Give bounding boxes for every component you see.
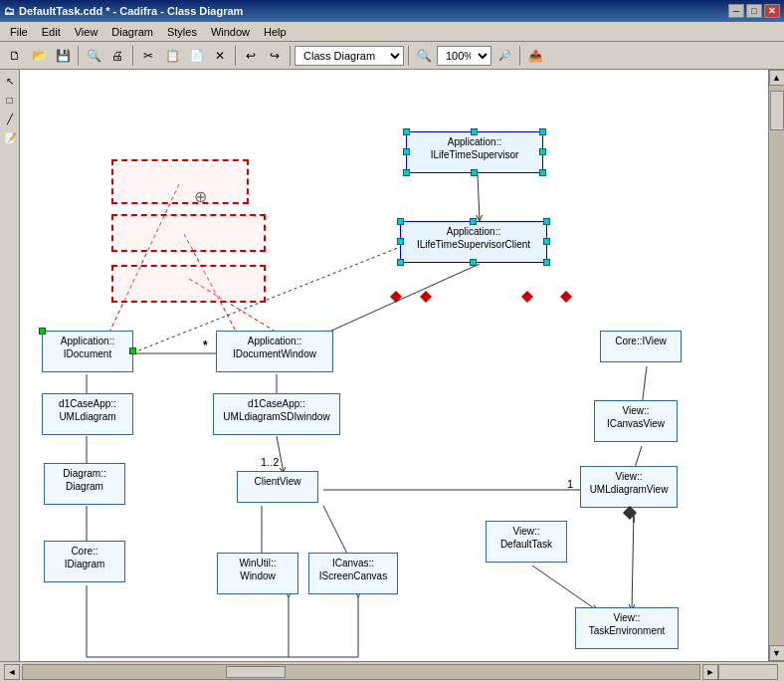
window-controls[interactable]: ─ □ ✕ bbox=[728, 4, 780, 18]
scroll-thumb-vertical[interactable] bbox=[770, 91, 784, 130]
save-button[interactable]: 💾 bbox=[52, 45, 74, 67]
svg-line-1 bbox=[107, 184, 179, 337]
open-button[interactable]: 📂 bbox=[28, 45, 50, 67]
maximize-button[interactable]: □ bbox=[746, 4, 762, 18]
class-umldiagramview[interactable]: View::UMLdiagramView bbox=[580, 466, 678, 508]
class-taskenvironment[interactable]: View::TaskEnvironment bbox=[575, 607, 679, 649]
status-text bbox=[718, 664, 778, 680]
sep3 bbox=[235, 46, 236, 66]
handle-mr[interactable] bbox=[129, 347, 136, 354]
svg-marker-25 bbox=[521, 291, 533, 303]
class-umldiagramsdi[interactable]: d1CaseApp::UMLdiagramSDIwindow bbox=[213, 393, 340, 435]
menu-file[interactable]: File bbox=[4, 24, 34, 40]
title-bar: 🗂 DefaultTask.cdd * - Cadifra - Class Di… bbox=[0, 0, 784, 22]
class-text: ClientView bbox=[254, 476, 300, 487]
class-idocument[interactable]: Application::IDocument bbox=[42, 331, 133, 372]
class-diagram[interactable]: Diagram::Diagram bbox=[44, 463, 125, 505]
class-text: Application::ILifeTimeSupervisorClient bbox=[417, 226, 530, 250]
menu-diagram[interactable]: Diagram bbox=[105, 24, 159, 40]
handle-tr[interactable] bbox=[539, 128, 546, 135]
scroll-track-vertical[interactable] bbox=[769, 86, 785, 645]
main-area: ↖ □ ╱ 📝 bbox=[0, 70, 784, 661]
note-tool[interactable]: 📝 bbox=[1, 128, 19, 146]
dashed-selection-3 bbox=[111, 265, 266, 303]
handle-mr[interactable] bbox=[543, 238, 550, 245]
class-text: Application::ILifeTimeSupervisor bbox=[431, 136, 519, 160]
handle-tr[interactable] bbox=[543, 218, 550, 225]
class-lifetimesupervisor[interactable]: Application::ILifeTimeSupervisor bbox=[406, 131, 543, 173]
handle-br[interactable] bbox=[543, 259, 550, 266]
class-coreview[interactable]: Core::IView bbox=[600, 331, 682, 362]
menu-edit[interactable]: Edit bbox=[36, 24, 67, 40]
undo-button[interactable]: ↩ bbox=[240, 45, 262, 67]
scroll-thumb-horizontal[interactable] bbox=[226, 666, 286, 678]
scroll-up-button[interactable]: ▲ bbox=[769, 70, 785, 86]
class-lifetimesupervisorclient[interactable]: Application::ILifeTimeSupervisorClient bbox=[400, 221, 547, 263]
delete-button[interactable]: ✕ bbox=[209, 45, 231, 67]
scroll-right-button[interactable]: ► bbox=[702, 664, 718, 680]
svg-marker-23 bbox=[390, 291, 402, 303]
zoom-out-icon[interactable]: 🔍 bbox=[413, 45, 435, 67]
handle-br[interactable] bbox=[539, 169, 546, 176]
svg-line-20 bbox=[532, 566, 597, 610]
status-bar: ◄ ► bbox=[0, 661, 784, 681]
handle-tl[interactable] bbox=[403, 128, 410, 135]
handle-bm[interactable] bbox=[471, 169, 478, 176]
menu-view[interactable]: View bbox=[69, 24, 104, 40]
class-winutil[interactable]: WinUtil::Window bbox=[217, 553, 298, 594]
class-text: Diagram::Diagram bbox=[63, 468, 105, 492]
menu-styles[interactable]: Styles bbox=[161, 24, 203, 40]
scroll-left-button[interactable]: ◄ bbox=[4, 664, 20, 680]
right-scrollbar[interactable]: ▲ ▼ bbox=[768, 70, 784, 661]
canvas-area[interactable]: ⊕ Application::ILifeTimeSupervisor bbox=[20, 70, 768, 661]
handle-tl[interactable] bbox=[397, 218, 404, 225]
class-icanvas[interactable]: ICanvas::IScreenCanvas bbox=[308, 553, 398, 594]
cut-button[interactable]: ✂ bbox=[137, 45, 159, 67]
class-idiagram[interactable]: Core::IDiagram bbox=[44, 541, 125, 582]
svg-line-19 bbox=[632, 511, 634, 610]
handle-bm[interactable] bbox=[470, 259, 477, 266]
class-clientview[interactable]: ClientView bbox=[237, 471, 318, 503]
handle-bl[interactable] bbox=[403, 169, 410, 176]
handle-ml[interactable] bbox=[397, 238, 404, 245]
class-text: View::DefaultTask bbox=[500, 526, 552, 550]
export-button[interactable]: 📤 bbox=[524, 45, 546, 67]
class-text: Core::IView bbox=[615, 336, 667, 346]
label-1: 1 bbox=[567, 478, 573, 490]
class-umldiagram[interactable]: d1CaseApp::UMLdiagram bbox=[42, 393, 133, 435]
print-button[interactable]: 🖨 bbox=[106, 45, 128, 67]
new-button[interactable]: 🗋 bbox=[4, 45, 26, 67]
diamond-filled bbox=[623, 506, 637, 520]
zoom-select[interactable]: 100% bbox=[437, 46, 491, 66]
multiplicity-star: * bbox=[203, 339, 208, 352]
handle-bl[interactable] bbox=[397, 259, 404, 266]
scroll-down-button[interactable]: ▼ bbox=[769, 645, 785, 661]
menu-help[interactable]: Help bbox=[258, 24, 293, 40]
class-tool[interactable]: □ bbox=[1, 91, 19, 109]
diagram-type-select[interactable]: Class Diagram bbox=[294, 46, 404, 66]
print-preview-button[interactable]: 🔍 bbox=[83, 45, 104, 67]
handle-tm[interactable] bbox=[471, 128, 478, 135]
redo-button[interactable]: ↪ bbox=[264, 45, 286, 67]
paste-button[interactable]: 📄 bbox=[185, 45, 207, 67]
line-tool[interactable]: ╱ bbox=[1, 110, 19, 127]
zoom-in-button[interactable]: 🔎 bbox=[493, 45, 515, 67]
handle-tl[interactable] bbox=[39, 328, 46, 335]
close-button[interactable]: ✕ bbox=[764, 4, 780, 18]
copy-button[interactable]: 📋 bbox=[161, 45, 183, 67]
class-icanvasview[interactable]: View::ICanvasView bbox=[594, 400, 678, 442]
select-tool[interactable]: ↖ bbox=[1, 72, 19, 90]
horizontal-scrollbar[interactable] bbox=[22, 664, 700, 680]
svg-marker-24 bbox=[420, 291, 432, 303]
handle-mr[interactable] bbox=[539, 148, 546, 155]
dashed-selection-1 bbox=[111, 159, 249, 204]
handle-ml[interactable] bbox=[403, 148, 410, 155]
class-idocumentwindow[interactable]: Application::IDocumentWindow bbox=[216, 331, 333, 372]
menu-window[interactable]: Window bbox=[205, 24, 256, 40]
class-text: d1CaseApp::UMLdiagram bbox=[59, 398, 116, 422]
minimize-button[interactable]: ─ bbox=[728, 4, 744, 18]
handle-tm[interactable] bbox=[470, 218, 477, 225]
class-text: Application::IDocumentWindow bbox=[233, 336, 316, 359]
sep2 bbox=[132, 46, 133, 66]
class-defaulttask[interactable]: View::DefaultTask bbox=[486, 521, 567, 563]
